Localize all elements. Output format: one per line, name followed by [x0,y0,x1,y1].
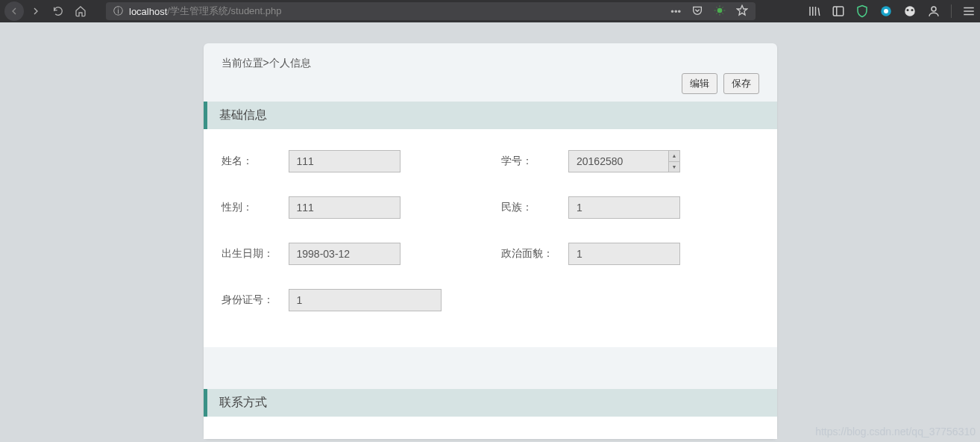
shield-icon[interactable] [855,4,869,18]
watermark: https://blog.csdn.net/qq_37756310 [815,426,976,438]
url-host: localhost [129,6,167,17]
birth-date-input[interactable] [289,243,401,265]
main-card: 当前位置>个人信息 编辑 保存 基础信息 姓名： 学号： ▲▼ [204,43,777,439]
edit-button[interactable]: 编辑 [682,73,717,94]
pocket-icon[interactable] [691,4,703,19]
svg-point-5 [907,9,909,11]
url-path: /学生管理系统/student.php [167,4,281,18]
save-button[interactable]: 保存 [723,73,759,94]
forward-button[interactable] [25,1,46,21]
contact-info-form [204,417,777,439]
gender-label: 性别： [222,201,289,214]
svg-point-6 [911,9,914,11]
name-label: 姓名： [222,155,289,168]
browser-toolbar: ⓘ localhost /学生管理系统/student.php ••• [0,0,980,22]
student-id-label: 学号： [501,155,568,168]
back-button[interactable] [4,1,24,21]
circle-icon-2[interactable] [903,4,917,18]
library-icon[interactable] [808,4,821,18]
svg-point-0 [717,7,723,13]
sidebar-icon[interactable] [832,4,845,18]
account-icon[interactable] [927,4,940,18]
student-id-input[interactable] [568,150,680,172]
student-id-spinner[interactable]: ▲▼ [668,151,679,172]
svg-rect-1 [833,7,844,16]
ethnicity-label: 民族： [501,201,568,214]
star-icon[interactable] [736,4,748,19]
political-label: 政治面貌： [501,247,568,261]
name-input[interactable] [289,150,401,172]
id-number-input[interactable] [289,289,442,311]
breadcrumb: 当前位置>个人信息 [222,57,759,70]
id-number-label: 身份证号： [222,293,289,307]
more-icon[interactable]: ••• [670,6,681,17]
ethnicity-input[interactable] [568,196,680,219]
svg-point-3 [884,9,888,13]
url-bar[interactable]: ⓘ localhost /学生管理系统/student.php ••• [106,2,756,20]
site-info-icon[interactable]: ⓘ [113,4,123,18]
basic-info-form: 姓名： 学号： ▲▼ 性别： 民族： [204,129,777,347]
bug-icon[interactable] [714,4,726,19]
section-title-contact: 联系方式 [204,389,777,417]
home-button[interactable] [70,1,91,21]
birth-date-label: 出生日期： [222,247,289,261]
page-content: 当前位置>个人信息 编辑 保存 基础信息 姓名： 学号： ▲▼ [0,22,980,442]
svg-point-7 [932,7,936,11]
reload-button[interactable] [48,1,69,21]
political-input[interactable] [568,243,680,265]
svg-point-4 [905,6,915,16]
section-title-basic: 基础信息 [204,102,777,129]
menu-icon[interactable] [962,4,976,18]
gender-input[interactable] [289,196,401,219]
circle-icon-1[interactable] [879,4,893,18]
